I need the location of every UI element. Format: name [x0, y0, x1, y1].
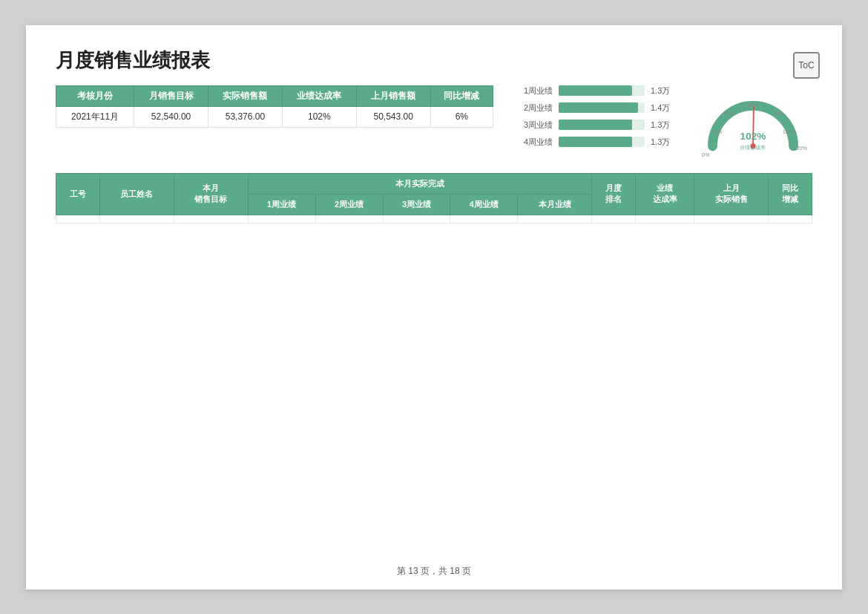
weekly-bar-fill-1: [559, 85, 632, 96]
weekly-value-3: 1.3万: [651, 120, 671, 131]
th-last-month-actual: 上月实际销售: [694, 173, 769, 215]
weekly-row-3: 3周业绩 1.3万: [523, 120, 671, 131]
td-last-month-sales: 50,543.00: [356, 106, 430, 127]
main-table-body: [56, 215, 812, 223]
th-monthly-total: 本月业绩: [518, 194, 592, 215]
weekly-row-1: 1周业绩 1.3万: [523, 85, 671, 97]
weekly-bar-chart: 1周业绩 1.3万 2周业绩 1.4万 3周业绩 1.3万 4周业绩 1.3万: [523, 85, 671, 148]
weekly-bar-fill-3: [559, 120, 632, 130]
td-yoy-change: 6%: [430, 106, 493, 127]
th-monthly-target: 月销售目标: [134, 85, 208, 106]
weekly-value-2: 1.4万: [651, 102, 671, 114]
weekly-bar-bg-2: [559, 102, 645, 113]
toc-button[interactable]: ToC: [793, 52, 820, 79]
gauge-chart: 0% 20% 40% 60% 80% 100% 120% 102%: [694, 85, 812, 160]
th-yoy-change-col: 同比增减: [769, 173, 812, 215]
th-yoy-change: 同比增减: [430, 85, 493, 106]
th-month: 考核月份: [56, 85, 134, 106]
page-footer: 第 13 页，共 18 页: [26, 565, 842, 578]
weekly-row-4: 4周业绩 1.3万: [523, 137, 671, 148]
th-monthly-rank: 月度排名: [592, 173, 636, 215]
th-achievement-rate: 业绩达成率: [282, 85, 356, 106]
weekly-label-2: 2周业绩: [523, 102, 553, 114]
th-last-month-sales: 上月销售额: [356, 85, 430, 106]
gauge-svg: 0% 20% 40% 60% 80% 100% 120% 102%: [694, 85, 812, 160]
weekly-bar-bg-4: [559, 137, 645, 147]
weekly-label-3: 3周业绩: [523, 120, 553, 131]
th-week1: 1周业绩: [248, 194, 315, 215]
weekly-bar-fill-4: [559, 137, 632, 147]
th-actual-sales: 实际销售额: [208, 85, 283, 106]
summary-table: 考核月份 月销售目标 实际销售额 业绩达成率 上月销售额 同比增减 2021年1…: [56, 85, 493, 128]
gauge-value: 102%: [740, 130, 766, 141]
gauge-label: 业绩达成率: [740, 144, 766, 151]
td-month: 2021年11月: [56, 106, 134, 127]
td-monthly-target: 52,540.00: [134, 106, 208, 127]
gauge-tick-40: 40%: [723, 110, 734, 117]
th-week3: 3周业绩: [383, 194, 450, 215]
table-row: [56, 215, 812, 223]
summary-table-container: 考核月份 月销售目标 实际销售额 业绩达成率 上月销售额 同比增减 2021年1…: [56, 85, 493, 160]
gauge-tick-20: 20%: [711, 128, 723, 135]
gauge-tick-120: 120%: [793, 145, 807, 151]
weekly-label-4: 4周业绩: [523, 137, 553, 148]
td-actual-sales: 53,376.00: [208, 106, 283, 127]
weekly-value-4: 1.3万: [651, 137, 671, 148]
th-monthly-actual: 本月实际完成: [248, 173, 592, 194]
weekly-row-2: 2周业绩 1.4万: [523, 102, 671, 114]
page-title: 月度销售业绩报表: [56, 48, 812, 74]
th-week4: 4周业绩: [450, 194, 518, 215]
charts-container: 1周业绩 1.3万 2周业绩 1.4万 3周业绩 1.3万 4周业绩 1.3万: [523, 85, 812, 160]
footer-text: 第 13 页，共 18 页: [397, 566, 471, 576]
weekly-label-1: 1周业绩: [523, 85, 553, 97]
gauge-tick-60: 60%: [748, 102, 759, 108]
th-achievement-rate-col: 业绩达成率: [635, 173, 694, 215]
weekly-bar-bg-1: [559, 85, 645, 96]
th-week2: 2周业绩: [315, 194, 383, 215]
main-table-header-row-1: 工号 员工姓名 本月销售目标 本月实际完成 月度排名 业绩达成率 上月实际销售 …: [56, 173, 812, 194]
main-table: 工号 员工姓名 本月销售目标 本月实际完成 月度排名 业绩达成率 上月实际销售 …: [56, 173, 812, 223]
th-employee-id: 工号: [56, 173, 100, 215]
weekly-value-1: 1.3万: [651, 85, 671, 97]
td-achievement-rate: 102%: [282, 106, 356, 127]
gauge-tick-0: 0%: [702, 151, 710, 158]
th-employee-name: 员工姓名: [99, 173, 174, 215]
summary-section: 考核月份 月销售目标 实际销售额 业绩达成率 上月销售额 同比增减 2021年1…: [56, 85, 812, 160]
gauge-tick-80: 80%: [772, 110, 783, 117]
gauge-tick-100: 100%: [783, 128, 797, 135]
th-monthly-sales-target: 本月销售目标: [174, 173, 248, 215]
report-page: ToC 月度销售业绩报表 考核月份 月销售目标 实际销售额 业绩达成率 上月销售…: [26, 25, 842, 589]
weekly-bar-bg-3: [559, 120, 645, 130]
toc-label: ToC: [798, 60, 814, 71]
weekly-bar-fill-2: [559, 102, 638, 113]
summary-row: 2021年11月 52,540.00 53,376.00 102% 50,543…: [56, 106, 493, 127]
